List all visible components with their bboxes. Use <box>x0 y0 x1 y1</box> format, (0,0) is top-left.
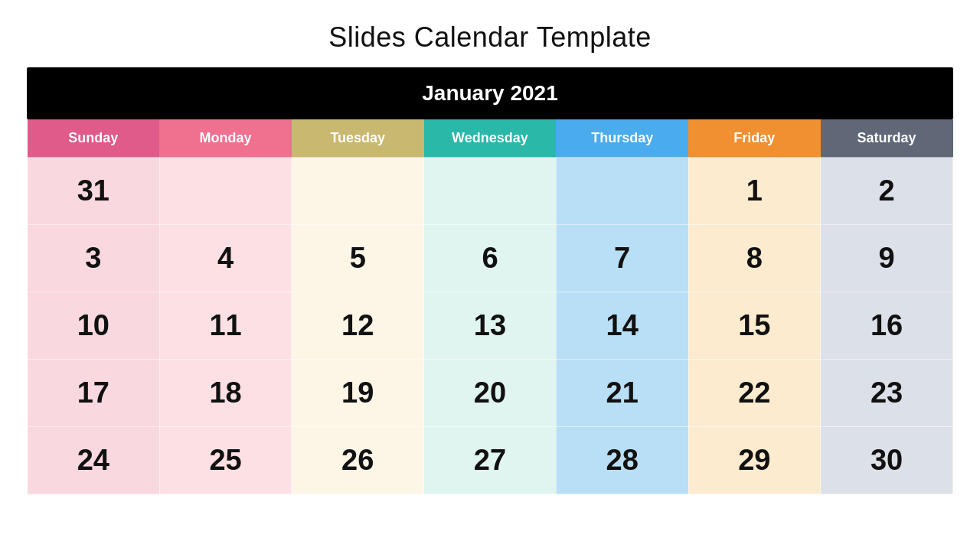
calendar-month-header: January 2021 <box>27 67 953 119</box>
day-header-saturday: Saturday <box>821 119 953 158</box>
calendar-cell: 1 <box>688 158 821 225</box>
calendar-cell: 2 <box>821 158 953 225</box>
calendar-wrapper: January 2021 SundayMondayTuesdayWednesda… <box>27 67 953 494</box>
calendar-body: 3112345678910111213141516171819202122232… <box>28 158 953 494</box>
calendar-cell <box>424 158 557 225</box>
day-header-sunday: Sunday <box>28 119 160 158</box>
calendar-cell: 31 <box>28 158 160 225</box>
calendar-cell: 22 <box>688 360 821 427</box>
calendar-cell <box>292 158 424 225</box>
calendar-cell: 20 <box>424 360 557 427</box>
day-header-thursday: Thursday <box>556 119 688 158</box>
calendar-cell: 21 <box>556 360 688 427</box>
calendar-cell: 15 <box>688 292 821 360</box>
calendar-week-4: 24252627282930 <box>28 427 953 494</box>
calendar-cell: 23 <box>821 360 953 427</box>
day-header-friday: Friday <box>688 119 821 158</box>
calendar-cell: 5 <box>292 225 424 292</box>
calendar-cell: 17 <box>28 360 160 427</box>
calendar-cell: 26 <box>292 427 424 494</box>
calendar-cell: 24 <box>28 427 160 494</box>
calendar-cell: 11 <box>159 292 292 360</box>
calendar-cell: 18 <box>159 360 292 427</box>
page-title: Slides Calendar Template <box>328 21 652 54</box>
calendar-cell: 7 <box>556 225 688 292</box>
calendar-grid: SundayMondayTuesdayWednesdayThursdayFrid… <box>27 119 953 494</box>
calendar-week-3: 17181920212223 <box>28 360 953 427</box>
calendar-cell: 30 <box>821 427 953 494</box>
calendar-cell: 14 <box>556 292 688 360</box>
calendar-week-1: 3456789 <box>28 225 953 292</box>
calendar-cell: 12 <box>292 292 424 360</box>
calendar-cell: 27 <box>424 427 557 494</box>
day-header-monday: Monday <box>159 119 292 158</box>
calendar-cell: 19 <box>292 360 424 427</box>
day-headers-row: SundayMondayTuesdayWednesdayThursdayFrid… <box>28 119 953 158</box>
calendar-cell: 25 <box>159 427 292 494</box>
calendar-cell <box>556 158 688 225</box>
calendar-cell <box>159 158 292 225</box>
day-header-wednesday: Wednesday <box>424 119 557 158</box>
calendar-cell: 3 <box>28 225 160 292</box>
calendar-cell: 8 <box>688 225 821 292</box>
calendar-cell: 9 <box>821 225 953 292</box>
calendar-week-0: 3112 <box>28 158 953 225</box>
day-header-tuesday: Tuesday <box>292 119 424 158</box>
calendar-week-2: 10111213141516 <box>28 292 953 360</box>
calendar-cell: 13 <box>424 292 557 360</box>
calendar-cell: 29 <box>688 427 821 494</box>
calendar-cell: 4 <box>159 225 292 292</box>
calendar-cell: 16 <box>821 292 953 360</box>
calendar-cell: 10 <box>28 292 160 360</box>
calendar-cell: 6 <box>424 225 557 292</box>
calendar-cell: 28 <box>556 427 688 494</box>
